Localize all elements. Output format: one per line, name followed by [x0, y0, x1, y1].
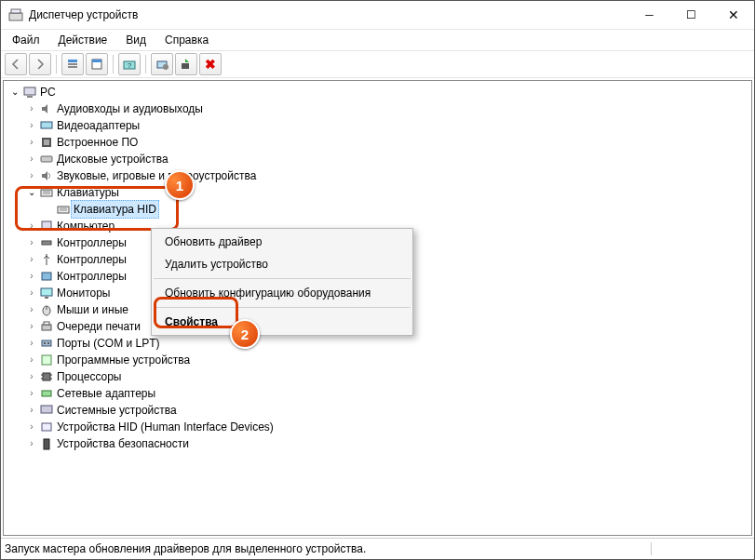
cm-separator: [154, 278, 411, 279]
node-label: Процессоры: [57, 368, 122, 385]
tb-props[interactable]: [86, 53, 108, 75]
tree-item[interactable]: ›Устройства безопасности: [6, 435, 749, 452]
minimize-button[interactable]: ─: [628, 1, 670, 29]
node-label: Звуковые, игровые и видеоустройства: [57, 167, 256, 184]
expand-icon[interactable]: ›: [24, 234, 39, 251]
node-label: PC: [40, 84, 56, 100]
window-controls: ─ ☐ ✕: [628, 1, 754, 29]
svg-rect-26: [42, 273, 51, 280]
expand-icon[interactable]: ›: [24, 117, 39, 134]
svg-rect-25: [42, 241, 51, 245]
expand-icon[interactable]: ›: [24, 335, 39, 352]
expand-icon[interactable]: ›: [24, 285, 39, 301]
menu-view[interactable]: Вид: [118, 32, 154, 48]
expand-icon[interactable]: ›: [24, 435, 39, 452]
tree-item-keyboards[interactable]: ⌄Клавиатуры: [6, 184, 749, 201]
audio-io-icon: [39, 101, 54, 116]
svg-rect-27: [41, 288, 52, 296]
tree-item-keyboard-hid[interactable]: Клавиатура HID: [6, 201, 749, 218]
expand-icon[interactable]: ›: [24, 318, 39, 335]
sound-icon: [39, 168, 54, 183]
toolbar-sep: [56, 55, 57, 73]
cm-properties[interactable]: Свойства: [152, 311, 412, 333]
expand-icon[interactable]: ›: [24, 268, 39, 285]
app-icon: [8, 7, 23, 22]
hid-icon: [39, 420, 54, 434]
svg-rect-43: [41, 406, 52, 413]
monitor-icon: [39, 286, 54, 300]
expand-icon[interactable]: ›: [24, 419, 39, 435]
tb-details[interactable]: [61, 53, 84, 75]
system-device-icon: [39, 403, 54, 418]
expand-icon[interactable]: ›: [24, 352, 39, 368]
node-label: Дисковые устройства: [57, 151, 169, 167]
tree-item[interactable]: ›Порты (COM и LPT): [6, 335, 749, 352]
keyboard-icon: [39, 185, 54, 200]
software-device-icon: [39, 353, 54, 367]
usb-icon: [39, 252, 54, 267]
svg-rect-12: [24, 87, 35, 95]
expand-icon[interactable]: ⌄: [24, 184, 39, 201]
node-label: Контроллеры: [57, 234, 127, 251]
tree-root[interactable]: ⌄ PC: [6, 84, 749, 100]
tree-item[interactable]: ›Устройства HID (Human Interface Devices…: [6, 419, 749, 435]
tree-item[interactable]: ›Сетевые адаптеры: [6, 385, 749, 402]
svg-point-34: [44, 342, 46, 344]
svg-rect-28: [45, 297, 48, 299]
expand-icon[interactable]: ›: [24, 251, 39, 268]
expand-icon[interactable]: ⌄: [7, 84, 22, 100]
tree-item[interactable]: ›Процессоры: [6, 368, 749, 385]
svg-rect-14: [41, 122, 52, 128]
storage-controller-icon: [39, 269, 54, 284]
tb-back[interactable]: [5, 53, 27, 75]
tree-item[interactable]: ›Программные устройства: [6, 352, 749, 368]
expand-icon[interactable]: ›: [24, 385, 39, 402]
node-label: Клавиатура HID: [71, 200, 159, 219]
cm-remove-device[interactable]: Удалить устройство: [152, 253, 412, 275]
expand-icon[interactable]: ›: [24, 167, 39, 184]
tb-forward[interactable]: [29, 53, 51, 75]
firmware-icon: [39, 135, 54, 150]
display-adapter-icon: [39, 118, 54, 133]
toolbar-sep: [113, 55, 114, 73]
node-label: Очереди печати: [57, 318, 141, 335]
tb-scan[interactable]: [151, 53, 173, 75]
node-label: Контроллеры: [57, 268, 127, 285]
menu-help[interactable]: Справка: [157, 32, 216, 48]
tree-item[interactable]: ›Аудиовходы и аудиовыходы: [6, 100, 749, 117]
svg-rect-31: [42, 325, 51, 330]
mouse-icon: [39, 302, 54, 317]
window-title: Диспетчер устройств: [29, 8, 628, 21]
expand-icon[interactable]: ›: [24, 151, 39, 167]
tree-item[interactable]: ›Звуковые, игровые и видеоустройства: [6, 167, 749, 184]
tree-item[interactable]: ›Встроенное ПО: [6, 134, 749, 151]
disk-icon: [39, 152, 54, 167]
x-icon: ✖: [205, 57, 216, 72]
expand-icon[interactable]: ›: [24, 100, 39, 117]
maximize-button[interactable]: ☐: [670, 1, 712, 29]
tree-item[interactable]: ›Дисковые устройства: [6, 151, 749, 167]
expand-icon[interactable]: ›: [24, 218, 39, 234]
svg-rect-4: [68, 66, 77, 68]
close-button[interactable]: ✕: [712, 1, 754, 29]
menu-file[interactable]: Файл: [5, 32, 47, 48]
expand-icon[interactable]: ›: [24, 402, 39, 419]
keyboard-icon: [56, 202, 71, 217]
expand-icon[interactable]: ›: [24, 301, 39, 318]
cm-rescan-hardware[interactable]: Обновить конфигурацию оборудования: [152, 282, 412, 304]
menu-action[interactable]: Действие: [51, 32, 115, 48]
tree-item[interactable]: ›Системные устройства: [6, 402, 749, 419]
svg-rect-37: [43, 373, 50, 380]
node-label: Мониторы: [57, 285, 110, 301]
tb-update[interactable]: [175, 53, 197, 75]
svg-rect-32: [44, 322, 49, 325]
tb-help[interactable]: ?: [118, 53, 141, 75]
svg-rect-42: [42, 391, 51, 396]
tb-uninstall[interactable]: ✖: [199, 53, 222, 75]
titlebar: Диспетчер устройств ─ ☐ ✕: [1, 1, 754, 30]
context-menu: Обновить драйвер Удалить устройство Обно…: [151, 228, 413, 336]
tree-item[interactable]: ›Видеоадаптеры: [6, 117, 749, 134]
expand-icon[interactable]: ›: [24, 368, 39, 385]
cm-update-driver[interactable]: Обновить драйвер: [152, 231, 412, 253]
expand-icon[interactable]: ›: [24, 134, 39, 151]
